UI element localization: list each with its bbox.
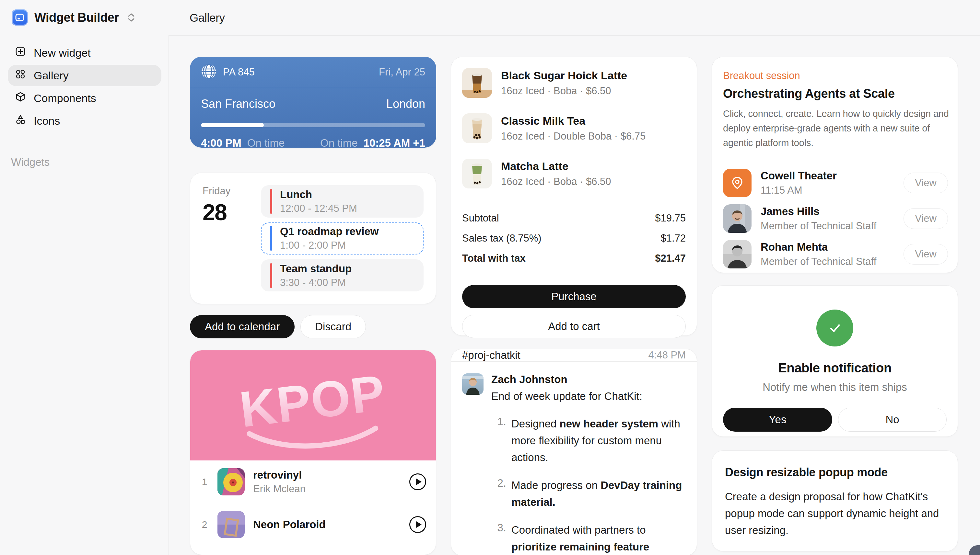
session-row-james-hills: James Hills Member of Technical Staff Vi…: [723, 204, 948, 233]
sales-tax-row: Sales tax (8.75%) $1.72: [462, 233, 686, 244]
chat-timestamp: 4:48 PM: [649, 350, 686, 361]
discard-button[interactable]: Discard: [301, 315, 366, 338]
event-color-bar: [270, 189, 272, 214]
total-value: $21.47: [655, 253, 686, 264]
person-name: James Hills: [761, 205, 876, 218]
order-item-name: Classic Milk Tea: [501, 115, 645, 127]
subtotal-label: Subtotal: [462, 212, 499, 224]
app-logo-icon: [12, 10, 28, 26]
chat-list-item: 1. Designed new header system with more …: [491, 415, 688, 466]
add-to-cart-button[interactable]: Add to cart: [462, 315, 686, 338]
sidebar-item-new-widget[interactable]: New widget: [8, 42, 161, 63]
calendar-event-team-standup[interactable]: Team standup 3:30 - 4:00 PM: [261, 259, 423, 292]
event-title: Lunch: [280, 188, 357, 201]
departure-time: 4:00 PM: [201, 137, 241, 148]
track-title: retrovinyl: [253, 469, 401, 481]
flight-date: Fri, Apr 25: [379, 66, 425, 78]
page-title: Gallery: [190, 11, 225, 24]
sidebar-item-label: Icons: [34, 115, 60, 127]
check-icon: [816, 310, 853, 346]
event-color-bar: [270, 226, 272, 250]
avatar-james-hills: [723, 204, 751, 233]
calendar-event-lunch[interactable]: Lunch 12:00 - 12:45 PM: [261, 185, 423, 217]
chat-update-list: 1. Designed new header system with more …: [491, 415, 688, 555]
track-row[interactable]: 1 retrovinyl: [200, 460, 426, 503]
track-index: 1: [200, 476, 209, 487]
play-icon[interactable]: [409, 473, 426, 490]
location-pin-icon: [723, 169, 751, 197]
list-number: 3.: [491, 522, 506, 555]
playlist-cover-art: KPOP: [190, 350, 436, 460]
track-artist: Erik Mclean: [253, 483, 401, 495]
order-item-name: Matcha Latte: [501, 160, 611, 173]
drink-photo-classic-milk-tea: [462, 113, 492, 143]
sidebar-nav: New widget Gallery Components: [12, 42, 163, 133]
calendar-event-q1-roadmap-review[interactable]: Q1 roadmap review 1:00 - 2:00 PM: [261, 223, 423, 255]
view-button[interactable]: View: [904, 208, 948, 229]
sidebar-item-components[interactable]: Components: [8, 87, 161, 109]
order-item-details: 16oz Iced · Boba · $6.50: [501, 176, 611, 188]
track-row[interactable]: 2 Neon Polaroid: [200, 503, 426, 546]
session-row-rohan-mehta: Rohan Mehta Member of Technical Staff Vi…: [723, 240, 948, 268]
avatar-zach-johnston: [462, 373, 484, 395]
flight-destination: London: [386, 97, 425, 111]
task-title: Design resizable popup mode: [725, 466, 945, 479]
calendar-day-number: 28: [203, 199, 251, 225]
total-label: Total with tax: [462, 253, 526, 264]
column-1: PA 845 Fri, Apr 25 San Francisco London …: [190, 57, 436, 555]
sidebar-item-label: New widget: [34, 47, 91, 59]
notification-subtitle: Notify me when this item ships: [763, 381, 907, 393]
grid-dots-icon: [15, 69, 26, 82]
calendar-events: Lunch 12:00 - 12:45 PM Q1 roadmap review…: [261, 185, 423, 292]
sales-tax-label: Sales tax (8.75%): [462, 233, 542, 244]
calendar-date: Friday 28: [203, 185, 251, 292]
play-icon[interactable]: [409, 516, 426, 533]
order-item: Matcha Latte 16oz Iced · Boba · $6.50: [462, 159, 686, 188]
notification-widget: Enable notification Notify me when this …: [712, 285, 958, 437]
no-button[interactable]: No: [838, 407, 946, 431]
drink-photo-black-sugar-latte: [462, 68, 492, 98]
person-role: Member of Technical Staff: [761, 220, 876, 232]
calendar-day-name: Friday: [203, 185, 251, 197]
session-description: Click, connect, create. Learn how to qui…: [723, 106, 950, 150]
main-area: Gallery: [169, 0, 980, 555]
departure-status: On time: [247, 137, 285, 148]
subtotal-value: $19.75: [655, 212, 686, 224]
view-button[interactable]: View: [904, 173, 948, 193]
chevron-up-down-icon[interactable]: [127, 13, 135, 22]
sidebar-item-icons[interactable]: Icons: [8, 110, 161, 132]
track-title: Neon Polaroid: [253, 518, 401, 531]
chat-list-item: 3. Coordinated with partners to prioriti…: [491, 522, 688, 555]
order-item-name: Black Sugar Hoick Latte: [501, 69, 627, 82]
gallery-board: PA 845 Fri, Apr 25 San Francisco London …: [169, 35, 980, 555]
chat-channel: #proj-chatkit: [462, 349, 520, 361]
event-title: Team standup: [280, 263, 352, 275]
order-item: Classic Milk Tea 16oz Iced · Double Boba…: [462, 113, 686, 143]
flight-header: PA 845 Fri, Apr 25: [190, 57, 436, 88]
calendar-widget: Friday 28 Lunch 12:00 - 12:45 PM: [190, 173, 436, 304]
notification-actions: Yes No: [723, 407, 946, 431]
view-button[interactable]: View: [904, 244, 948, 265]
plus-square-icon: [15, 46, 26, 59]
add-to-calendar-button[interactable]: Add to calendar: [190, 315, 294, 338]
order-actions: Purchase Add to cart: [462, 276, 686, 338]
sales-tax-value: $1.72: [660, 233, 686, 244]
track-index: 2: [200, 519, 209, 530]
track-art-retrovinyl: [217, 468, 245, 496]
order-item: Black Sugar Hoick Latte 16oz Iced · Boba…: [462, 68, 686, 98]
yes-button[interactable]: Yes: [723, 407, 832, 431]
event-time: 1:00 - 2:00 PM: [280, 240, 378, 251]
topbar: Gallery: [169, 0, 980, 35]
flight-number: PA 845: [223, 66, 255, 78]
flight-progress-track: [201, 123, 425, 127]
app-header[interactable]: Widget Builder: [12, 7, 163, 28]
order-widget: Black Sugar Hoick Latte 16oz Iced · Boba…: [451, 57, 697, 336]
column-3: Breakout session Orchestrating Agents at…: [712, 57, 958, 555]
total-row: Total with tax $21.47: [462, 253, 686, 264]
task-body: Create a design proposal for how ChatKit…: [725, 488, 943, 539]
breakout-session-widget: Breakout session Orchestrating Agents at…: [712, 57, 958, 273]
purchase-button[interactable]: Purchase: [462, 285, 686, 308]
task-widget: Design resizable popup mode Create a des…: [712, 451, 958, 552]
location-time: 11:15 AM: [761, 184, 837, 196]
sidebar-item-gallery[interactable]: Gallery: [8, 65, 161, 86]
